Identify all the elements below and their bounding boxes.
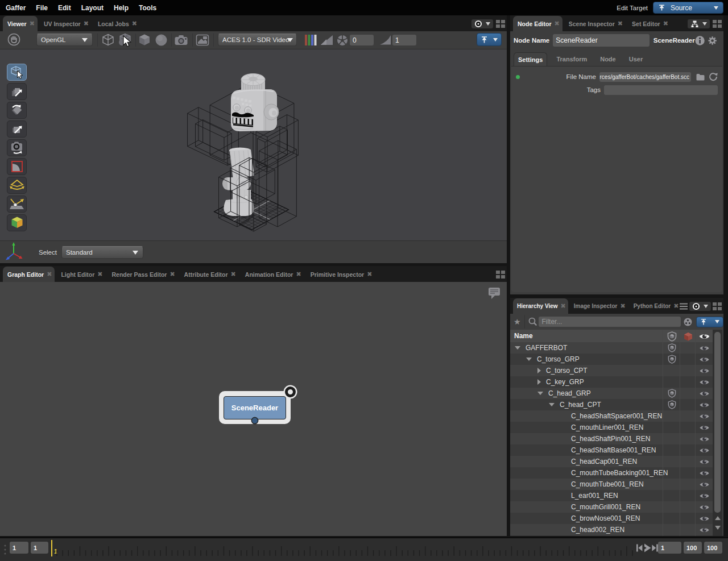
select-tool-button[interactable]	[7, 64, 27, 81]
expander-open-icon[interactable]	[549, 403, 555, 406]
scrollbar-thumb[interactable]	[714, 332, 721, 513]
visibility-cell[interactable]	[696, 467, 713, 479]
visibility-cell[interactable]	[696, 410, 713, 422]
frame-field[interactable]: 1	[658, 542, 681, 554]
visibility-cell[interactable]	[696, 513, 713, 524]
name-column-header[interactable]: Name	[514, 332, 533, 340]
hierarchy-row-C_head_GRP[interactable]: C_head_GRP	[510, 388, 713, 399]
inclusions-column-header[interactable]	[663, 331, 680, 342]
hierarchy-row-C_mouthLiner001_REN[interactable]: C_mouthLiner001_REN	[510, 422, 713, 433]
tab-graph-render-pass-editor[interactable]: Render Pass Editor✖	[107, 267, 178, 282]
camera-tool-button[interactable]	[7, 139, 27, 156]
close-icon[interactable]: ✖	[555, 20, 560, 27]
visibility-cell[interactable]	[696, 479, 713, 490]
menu-file[interactable]: File	[31, 0, 53, 15]
layout-grid-icon[interactable]	[713, 20, 722, 28]
subtab-transform[interactable]: Transform	[552, 52, 591, 66]
camera-icon[interactable]	[174, 34, 188, 47]
exposure-field[interactable]: 0	[350, 35, 374, 45]
layout-grid-icon[interactable]	[496, 20, 505, 28]
tab-graph-primitive-inspector[interactable]: Primitive Inspector✖	[306, 267, 375, 282]
scene-reader-node[interactable]: SceneReader	[219, 391, 291, 424]
menu-tools[interactable]: Tools	[134, 0, 162, 15]
subtab-user[interactable]: User	[625, 52, 647, 66]
close-icon[interactable]: ✖	[84, 20, 89, 27]
wireframe-cube-icon[interactable]	[101, 33, 115, 47]
tab-nodeeditor-node-editor[interactable]: Node Editor✖	[513, 16, 562, 31]
tags-field[interactable]	[604, 85, 718, 95]
tab-viewer-uv-inspector[interactable]: UV Inspector✖	[39, 16, 92, 31]
pan-hand-icon[interactable]	[7, 33, 20, 46]
hierarchy-row-L_ear001_REN[interactable]: L_ear001_REN	[510, 490, 713, 501]
close-icon[interactable]: ✖	[231, 271, 236, 277]
hierarchy-focus-menu-button[interactable]	[689, 302, 711, 311]
graph-editor-canvas[interactable]: SceneReader	[0, 282, 507, 536]
visibility-cell[interactable]	[696, 399, 713, 410]
inclusions-cell[interactable]	[663, 399, 680, 410]
focus-indicator[interactable]	[283, 385, 297, 399]
visibility-cell[interactable]	[696, 501, 713, 513]
translate-tool-button[interactable]	[7, 83, 27, 100]
tab-viewer-viewer[interactable]: Viewer✖	[3, 16, 38, 31]
close-icon[interactable]: ✖	[367, 271, 372, 277]
aperture-icon[interactable]	[337, 35, 348, 46]
light-position-tool-button[interactable]	[7, 196, 27, 213]
subtab-node[interactable]: Node	[596, 52, 620, 66]
tab-graph-light-editor[interactable]: Light Editor✖	[56, 267, 105, 282]
exclusions-column-header[interactable]	[680, 331, 696, 342]
visibility-cell[interactable]	[696, 342, 713, 354]
renderer-dropdown[interactable]: OpenGL	[36, 34, 93, 46]
node-name-field[interactable]: SceneReader	[553, 34, 650, 47]
visibility-cell[interactable]	[696, 524, 713, 535]
menu-help[interactable]: Help	[109, 0, 134, 15]
visibility-cell[interactable]	[696, 422, 713, 433]
close-icon[interactable]: ✖	[169, 271, 175, 277]
hierarchy-scrollbar[interactable]	[713, 330, 722, 536]
viewer-pin-dropdown[interactable]	[477, 33, 502, 46]
crop-window-tool-button[interactable]	[7, 158, 27, 175]
close-icon[interactable]: ✖	[620, 303, 625, 309]
menu-edit[interactable]: Edit	[53, 0, 76, 15]
close-icon[interactable]: ✖	[618, 20, 623, 27]
tab-hierarchy-hierarchy-view[interactable]: Hierarchy View✖	[513, 298, 568, 314]
scroll-up-icon[interactable]	[715, 516, 721, 520]
rotate-tool-button[interactable]	[7, 102, 27, 119]
tab-graph-graph-editor[interactable]: Graph Editor✖	[3, 267, 55, 282]
node-editor-mode-button[interactable]	[688, 19, 710, 28]
inclusions-cell[interactable]	[663, 388, 680, 399]
tab-nodeeditor-set-editor[interactable]: Set Editor✖	[627, 16, 671, 31]
expander-open-icon[interactable]	[515, 346, 520, 350]
hierarchy-row-C_head002_REN[interactable]: C_head002_REN	[510, 524, 713, 535]
folder-icon[interactable]	[696, 73, 705, 81]
tab-graph-animation-editor[interactable]: Animation Editor✖	[241, 267, 304, 282]
gamma-field[interactable]: 1	[392, 35, 416, 45]
channels-rgba-icon[interactable]	[305, 35, 317, 45]
visibility-cell[interactable]	[696, 433, 713, 444]
hierarchy-row-GAFFERBOT[interactable]: GAFFERBOT	[510, 342, 713, 354]
close-icon[interactable]: ✖	[673, 303, 679, 309]
hierarchy-row-C_headCap001_REN[interactable]: C_headCap001_REN	[510, 456, 713, 467]
play-icon[interactable]	[644, 543, 651, 552]
close-icon[interactable]: ✖	[561, 303, 566, 309]
hierarchy-row-C_headShaftPin001_REN[interactable]: C_headShaftPin001_REN	[510, 433, 713, 444]
inclusions-cell[interactable]	[663, 342, 680, 354]
scroll-down-icon[interactable]	[715, 526, 721, 530]
edit-scope-tool-button[interactable]	[7, 214, 27, 231]
end-frame-field[interactable]: 100	[684, 542, 702, 554]
viewer-focus-menu-button[interactable]	[471, 19, 493, 28]
shaded-sphere-icon[interactable]	[155, 34, 168, 47]
skip-start-icon[interactable]	[636, 544, 643, 552]
hierarchy-row-C_head_CPT[interactable]: C_head_CPT	[510, 399, 713, 410]
subtab-settings[interactable]: Settings	[514, 52, 547, 66]
hierarchy-row-C_mouthTubeBacking001_REN[interactable]: C_mouthTubeBacking001_REN	[510, 467, 713, 479]
hierarchy-row-C_torso_CPT[interactable]: C_torso_CPT	[510, 365, 713, 376]
tab-graph-attribute-editor[interactable]: Attribute Editor✖	[180, 267, 239, 282]
tab-viewer-local-jobs[interactable]: Local Jobs✖	[93, 16, 140, 31]
visibility-cell[interactable]	[696, 354, 713, 365]
expander-open-icon[interactable]	[537, 392, 543, 395]
hierarchy-row-C_key_GRP[interactable]: C_key_GRP	[510, 376, 713, 388]
display-transform-dropdown[interactable]: ACES 1.0 - SDR Video	[218, 34, 297, 46]
hierarchy-row-C_browNose001_REN[interactable]: C_browNose001_REN	[510, 513, 713, 524]
close-icon[interactable]: ✖	[97, 271, 102, 277]
layout-grid-icon[interactable]	[496, 271, 505, 279]
